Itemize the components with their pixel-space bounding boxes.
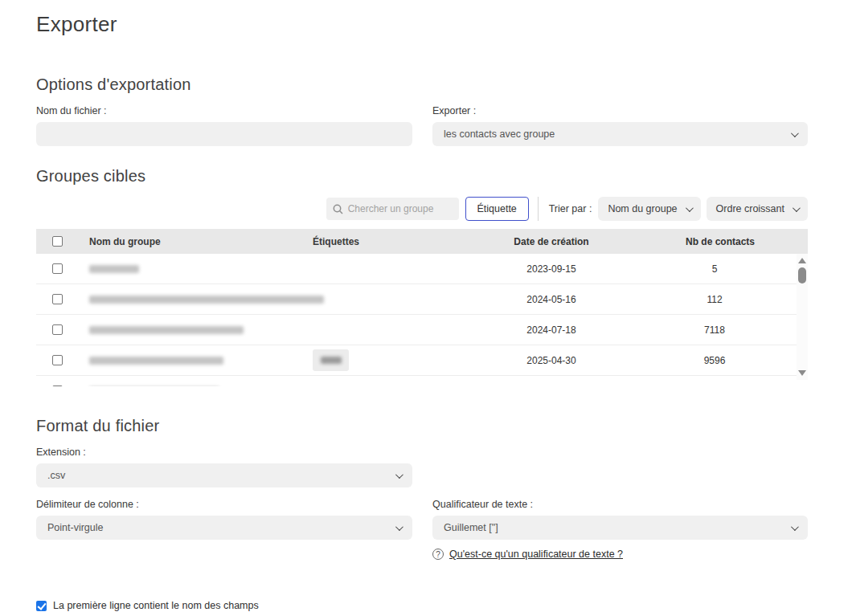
scroll-up-icon[interactable]	[798, 258, 806, 263]
scroll-down-icon[interactable]	[798, 370, 806, 376]
row-checkbox[interactable]	[52, 263, 63, 274]
qualifier-help-link[interactable]: Qu'est-ce qu'un qualificateur de texte ?	[449, 549, 623, 560]
col-header-tags: Étiquettes	[302, 236, 469, 247]
row-checkbox[interactable]	[52, 386, 63, 386]
extension-select[interactable]: .csv	[36, 463, 412, 487]
export-type-value: les contacts avec groupe	[444, 129, 555, 140]
groups-table: Nom du groupe Étiquettes Date de créatio…	[36, 229, 808, 386]
export-type-select[interactable]: les contacts avec groupe	[432, 122, 808, 146]
table-row: 2024-05-16 112	[36, 284, 797, 315]
options-fields: Nom du fichier : Exporter : les contacts…	[36, 94, 808, 146]
table-header: Nom du groupe Étiquettes Date de créatio…	[36, 229, 808, 254]
delimiter-value: Point-virgule	[47, 522, 103, 533]
extension-row: Extension : .csv	[36, 435, 808, 487]
chevron-down-icon	[686, 204, 694, 212]
table-body: 2023-09-15 5 2024-05-16 112 2024-07-18 7…	[36, 254, 808, 386]
chevron-down-icon	[791, 523, 799, 531]
group-search-box[interactable]	[326, 198, 459, 220]
qualifier-value: Guillemet ["]	[444, 522, 498, 533]
tag-filter-button[interactable]: Étiquette	[465, 197, 529, 221]
scrollbar-thumb[interactable]	[798, 267, 806, 284]
first-line-option: La première ligne contient le nom des ch…	[36, 600, 808, 611]
filename-label: Nom du fichier :	[36, 105, 412, 116]
row-checkbox[interactable]	[52, 324, 63, 335]
row-contact-count: 84	[634, 386, 795, 387]
extension-label: Extension :	[36, 447, 412, 458]
format-section-heading: Format du fichier	[36, 417, 808, 435]
table-row: 2025-04-30 9596	[36, 345, 797, 376]
delimiter-qualifier-row: Délimiteur de colonne : Point-virgule Qu…	[36, 487, 808, 560]
row-contact-count: 7118	[634, 324, 795, 336]
row-contact-count: 9596	[634, 355, 795, 366]
col-header-name: Nom du groupe	[79, 236, 302, 247]
redacted-group-name	[89, 326, 244, 334]
chevron-down-icon	[395, 471, 403, 479]
sort-field-select[interactable]: Nom du groupe	[598, 197, 700, 221]
table-scrollbar[interactable]	[797, 254, 808, 380]
redacted-group-name	[89, 296, 324, 304]
toolbar-divider	[538, 197, 539, 221]
export-type-label: Exporter :	[432, 105, 808, 116]
select-all-checkbox[interactable]	[52, 236, 63, 247]
row-created-date: 2023-09-15	[469, 263, 634, 275]
group-search-input[interactable]	[348, 203, 444, 214]
sort-order-select[interactable]: Ordre croissant	[707, 197, 808, 221]
row-created-date: 2024-07-18	[469, 324, 634, 336]
search-icon	[333, 204, 343, 214]
options-section-heading: Options d'exportation	[36, 75, 808, 94]
redacted-tag-badge	[313, 349, 349, 371]
page-title: Exporter	[36, 12, 808, 37]
filename-input[interactable]	[36, 122, 412, 146]
extension-value: .csv	[47, 470, 65, 481]
first-line-checkbox[interactable]	[36, 601, 47, 611]
redacted-group-name	[89, 357, 223, 365]
table-row: 2024-12-19 84	[36, 376, 797, 386]
sort-order-value: Ordre croissant	[716, 203, 784, 214]
qualifier-label: Qualificateur de texte :	[432, 499, 808, 510]
row-contact-count: 112	[634, 294, 795, 305]
row-checkbox[interactable]	[52, 294, 63, 304]
table-row: 2024-07-18 7118	[36, 315, 797, 345]
delimiter-label: Délimiteur de colonne :	[36, 499, 412, 510]
row-created-date: 2024-05-16	[469, 294, 634, 305]
first-line-label: La première ligne contient le nom des ch…	[53, 600, 259, 611]
groups-toolbar: Étiquette Trier par : Nom du groupe Ordr…	[36, 197, 808, 221]
qualifier-select[interactable]: Guillemet ["]	[432, 516, 808, 540]
row-contact-count: 5	[634, 263, 795, 275]
export-page: Exporter Options d'exportation Nom du fi…	[0, 0, 852, 616]
row-created-date: 2025-04-30	[469, 355, 634, 366]
chevron-down-icon	[791, 129, 799, 137]
row-checkbox[interactable]	[52, 355, 63, 365]
col-header-contacts: Nb de contacts	[634, 236, 806, 247]
groups-section-heading: Groupes cibles	[36, 167, 808, 186]
help-icon: ?	[432, 549, 444, 560]
row-created-date: 2024-12-19	[469, 386, 634, 387]
chevron-down-icon	[793, 204, 801, 212]
chevron-down-icon	[395, 523, 403, 531]
col-header-created: Date de création	[469, 236, 634, 247]
redacted-group-name	[89, 265, 139, 273]
table-row: 2023-09-15 5	[36, 254, 797, 284]
sort-field-value: Nom du groupe	[608, 203, 677, 214]
sort-by-label: Trier par :	[549, 203, 592, 214]
delimiter-select[interactable]: Point-virgule	[36, 516, 412, 540]
